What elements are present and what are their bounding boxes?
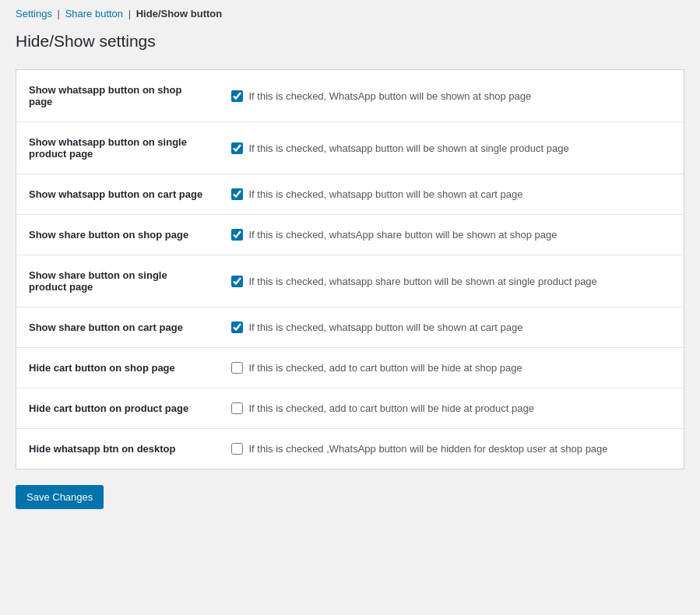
setting-label-whatsapp_cart: Show whatsapp button on cart page [16, 174, 219, 215]
checkbox-label-whatsapp_cart[interactable]: If this is checked, whatsapp button will… [249, 188, 523, 200]
setting-label-hide_cart_shop: Hide cart button on shop page [16, 348, 219, 388]
settings-row: Show share button on single product page… [16, 255, 684, 308]
checkbox-whatsapp_cart[interactable] [231, 188, 243, 200]
breadcrumb-separator-2: | [128, 8, 131, 19]
setting-control-share_shop: If this is checked, whatsApp share butto… [219, 215, 684, 255]
checkbox-label-hide_cart_product[interactable]: If this is checked, add to cart button w… [249, 402, 534, 414]
checkbox-share_cart[interactable] [231, 322, 243, 333]
checkbox-label-share_cart[interactable]: If this is checked, whatsapp button will… [249, 322, 523, 333]
page-wrap: Settings | Share button | Hide/Show butt… [0, 0, 700, 525]
setting-label-share_single_product: Show share button on single product page [16, 255, 219, 308]
breadcrumb-share-button-link[interactable]: Share button [65, 8, 123, 19]
setting-label-share_shop: Show share button on shop page [16, 215, 219, 255]
settings-row: Show share button on cart pageIf this is… [16, 308, 684, 348]
setting-control-share_single_product: If this is checked, whatsapp share butto… [219, 255, 684, 308]
settings-row: Show whatsapp button on shop pageIf this… [16, 70, 684, 122]
setting-control-hide_cart_product: If this is checked, add to cart button w… [219, 388, 684, 429]
setting-control-hide_cart_shop: If this is checked, add to cart button w… [219, 348, 684, 388]
checkbox-label-whatsapp_single_product[interactable]: If this is checked, whatsapp button will… [249, 142, 569, 154]
setting-control-share_cart: If this is checked, whatsapp button will… [219, 308, 684, 348]
checkbox-label-hide_whatsapp_desktop[interactable]: If this is checked ,WhatsApp button will… [249, 443, 608, 455]
settings-row: Hide cart button on shop pageIf this is … [16, 348, 684, 388]
setting-label-whatsapp_shop: Show whatsapp button on shop page [16, 70, 219, 122]
settings-table: Show whatsapp button on shop pageIf this… [16, 69, 684, 469]
breadcrumb-current: Hide/Show button [136, 8, 222, 19]
breadcrumb: Settings | Share button | Hide/Show butt… [16, 8, 684, 19]
setting-control-hide_whatsapp_desktop: If this is checked ,WhatsApp button will… [219, 429, 684, 469]
breadcrumb-settings-link[interactable]: Settings [16, 8, 52, 19]
checkbox-whatsapp_single_product[interactable] [231, 142, 243, 154]
checkbox-label-share_shop[interactable]: If this is checked, whatsApp share butto… [249, 229, 558, 241]
setting-control-whatsapp_single_product: If this is checked, whatsapp button will… [219, 122, 684, 174]
settings-row: Hide cart button on product pageIf this … [16, 388, 684, 429]
checkbox-label-hide_cart_shop[interactable]: If this is checked, add to cart button w… [249, 362, 522, 374]
setting-label-hide_whatsapp_desktop: Hide whatsapp btn on desktop [16, 429, 219, 469]
checkbox-whatsapp_shop[interactable] [231, 90, 243, 102]
setting-control-whatsapp_shop: If this is checked, WhatsApp button will… [219, 70, 684, 122]
breadcrumb-separator-1: | [58, 8, 60, 19]
checkbox-hide_cart_shop[interactable] [231, 362, 243, 374]
checkbox-hide_cart_product[interactable] [231, 402, 243, 414]
checkbox-share_single_product[interactable] [231, 276, 243, 287]
checkbox-label-whatsapp_shop[interactable]: If this is checked, WhatsApp button will… [249, 90, 532, 102]
setting-control-whatsapp_cart: If this is checked, whatsapp button will… [219, 174, 684, 215]
checkbox-hide_whatsapp_desktop[interactable] [231, 443, 243, 455]
checkbox-share_shop[interactable] [231, 229, 243, 241]
settings-row: Show whatsapp button on cart pageIf this… [16, 174, 684, 215]
settings-row: Show whatsapp button on single product p… [16, 122, 684, 174]
save-changes-button[interactable]: Save Changes [16, 485, 104, 509]
settings-row: Show share button on shop pageIf this is… [16, 215, 684, 255]
setting-label-whatsapp_single_product: Show whatsapp button on single product p… [16, 122, 219, 174]
setting-label-share_cart: Show share button on cart page [16, 308, 219, 348]
page-title: Hide/Show settings [16, 32, 684, 51]
setting-label-hide_cart_product: Hide cart button on product page [16, 388, 219, 429]
settings-row: Hide whatsapp btn on desktopIf this is c… [16, 429, 684, 469]
checkbox-label-share_single_product[interactable]: If this is checked, whatsapp share butto… [249, 276, 597, 287]
